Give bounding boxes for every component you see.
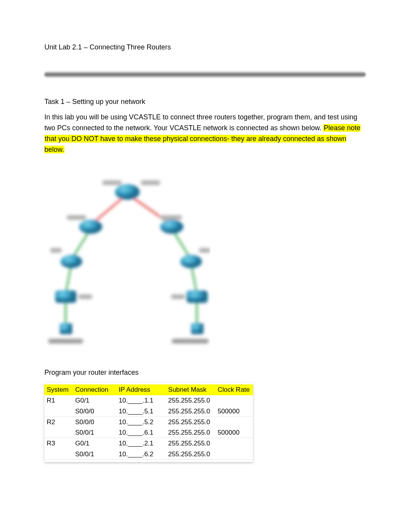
cell-clock: 500000 [215,427,253,438]
cell-system [44,427,73,438]
svg-rect-6 [186,291,208,303]
svg-rect-9 [102,180,122,185]
cell-ip: 10.____.1.1 [116,395,166,406]
cell-connection: G0/1 [73,438,117,449]
table-row: R2 S0/0/0 10.____.5.2 255.255.255.0 [44,417,253,428]
svg-rect-5 [55,291,76,303]
svg-point-1 [79,220,102,234]
svg-rect-8 [191,323,203,334]
cell-mask: 255.255.255.0 [166,395,215,406]
svg-rect-7 [60,323,72,334]
svg-rect-14 [199,248,210,253]
cell-system [44,449,73,460]
cell-mask: 255.255.255.0 [166,438,215,449]
table-row: S0/0/1 10.____.6.2 255.255.255.0 [44,449,253,460]
cell-ip: 10.____.5.1 [116,406,166,417]
cell-ip: 10.____.5.2 [116,417,166,428]
network-diagram [44,171,210,348]
th-system: System [44,384,73,395]
program-heading: Program your router interfaces [44,368,366,377]
task-heading: Task 1 – Setting up your network [44,97,366,107]
cell-ip: 10.____.6.1 [116,427,166,438]
svg-point-3 [61,255,82,268]
cell-clock: 500000 [215,406,253,417]
svg-rect-10 [141,180,160,185]
cell-system [44,406,73,417]
svg-rect-13 [50,248,62,253]
intro-highlight-1: Please note [323,124,361,132]
svg-point-2 [160,220,183,234]
table-row: R1 G0/1 10.____.1.1 255.255.255.0 [44,395,253,406]
svg-rect-12 [160,215,182,220]
cell-connection: G0/1 [73,395,117,406]
cell-connection: S0/0/0 [73,417,117,428]
intro-paragraph: In this lab you will be using VCASTLE to… [44,112,366,155]
redacted-bar [44,71,366,78]
cell-ip: 10.____.2.1 [116,438,166,449]
svg-point-4 [180,255,202,268]
cell-connection: S0/0/1 [73,427,117,438]
intro-highlight-2: that you DO NOT have to make these physi… [44,135,346,153]
cell-connection: S0/0/1 [73,449,117,460]
table-row: S0/0/0 10.____.5.1 255.255.255.0 500000 [44,406,253,417]
th-connection: Connection [73,384,117,395]
table-header-row: System Connection IP Address Subnet Mask… [44,384,253,395]
cell-system: R2 [44,417,73,428]
cell-clock [215,438,253,449]
th-mask: Subnet Mask [166,384,215,395]
cell-ip: 10.____.6.2 [116,449,166,460]
interface-table: System Connection IP Address Subnet Mask… [44,383,253,462]
cell-clock [215,417,253,428]
cell-mask: 255.255.255.0 [166,449,215,460]
svg-rect-17 [48,339,83,343]
svg-rect-16 [171,294,185,299]
cell-mask: 255.255.255.0 [166,427,215,438]
th-ip: IP Address [116,384,166,395]
table-row: S0/0/1 10.____.6.1 255.255.255.0 500000 [44,427,253,438]
cell-system: R3 [44,438,73,449]
cell-mask: 255.255.255.0 [166,406,215,417]
svg-rect-18 [172,339,208,343]
svg-rect-11 [67,215,86,220]
intro-text: In this lab you will be using VCASTLE to… [44,113,357,132]
cell-connection: S0/0/0 [73,406,117,417]
cell-clock [215,449,253,460]
svg-rect-15 [78,294,92,299]
table-row: R3 G0/1 10.____.2.1 255.255.255.0 [44,438,253,449]
cell-mask: 255.255.255.0 [166,417,215,428]
th-clock: Clock Rate [215,384,253,395]
cell-clock [215,395,253,406]
svg-point-0 [115,184,140,200]
cell-system: R1 [44,395,73,406]
document-title: Unit Lab 2.1 – Connecting Three Routers [44,42,366,52]
